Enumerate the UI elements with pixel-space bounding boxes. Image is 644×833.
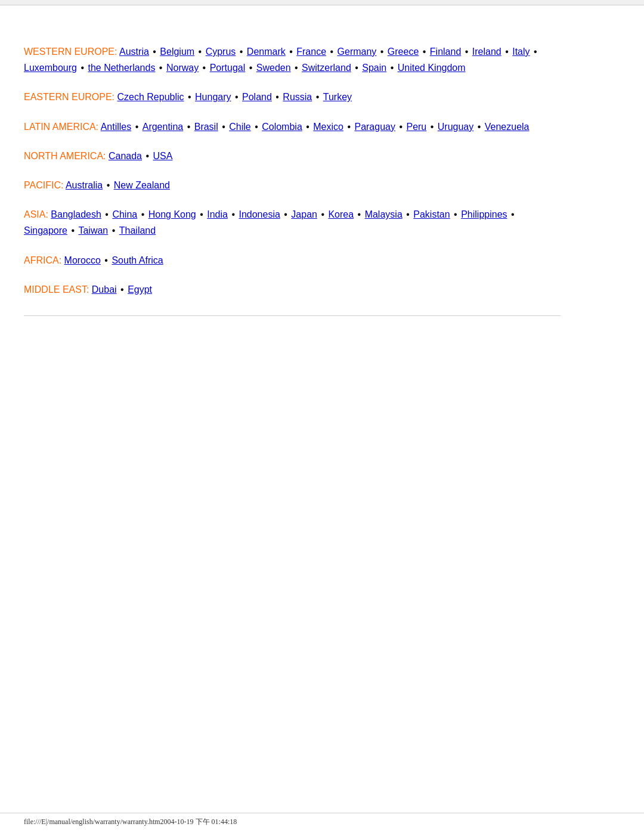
country-link-mexico[interactable]: Mexico [313, 122, 343, 132]
bullet-separator: • [377, 47, 386, 57]
bullet-separator: • [104, 180, 113, 190]
bullet-separator: • [451, 209, 460, 219]
country-link-portugal[interactable]: Portugal [210, 63, 246, 73]
country-link-denmark[interactable]: Denmark [247, 47, 286, 57]
region-label-north-america: NORTH AMERICA: [24, 151, 109, 161]
bullet-separator: • [475, 122, 484, 132]
bullet-separator: • [404, 209, 413, 219]
country-link-hong-kong[interactable]: Hong Kong [148, 209, 196, 219]
country-link-antilles[interactable]: Antilles [101, 122, 132, 132]
bullet-separator: • [397, 122, 405, 132]
bullet-separator: • [313, 92, 322, 102]
bullet-separator: • [304, 122, 312, 132]
region-label-asia: ASIA: [24, 209, 51, 219]
bullet-separator: • [428, 122, 436, 132]
country-link-venezuela[interactable]: Venezuela [485, 122, 530, 132]
country-link-germany[interactable]: Germany [338, 47, 377, 57]
country-link-switzerland[interactable]: Switzerland [302, 63, 351, 73]
region-western-europe: WESTERN EUROPE: Austria • Belgium • Cypr… [24, 44, 561, 76]
region-label-africa: AFRICA: [24, 255, 64, 265]
country-link-egypt[interactable]: Egypt [128, 284, 152, 295]
bullet-separator: • [327, 47, 336, 57]
country-link-greece[interactable]: Greece [388, 47, 419, 57]
country-link-hungary[interactable]: Hungary [195, 92, 231, 102]
country-link-austria[interactable]: Austria [119, 47, 149, 57]
region-pacific: PACIFIC: Australia • New Zealand [24, 177, 561, 193]
country-link-new-zealand[interactable]: New Zealand [114, 180, 170, 190]
footer-text: file:///E|/manual/english/warranty/warra… [24, 817, 237, 826]
country-link-philippines[interactable]: Philippines [461, 209, 507, 219]
bullet-separator: • [318, 209, 327, 219]
country-link-the-netherlands[interactable]: the Netherlands [88, 63, 155, 73]
bullet-separator: • [292, 63, 301, 73]
country-link-australia[interactable]: Australia [66, 180, 103, 190]
country-link-india[interactable]: India [207, 209, 228, 219]
country-link-korea[interactable]: Korea [328, 209, 354, 219]
footer: file:///E|/manual/english/warranty/warra… [0, 813, 644, 827]
country-link-paraguay[interactable]: Paraguay [354, 122, 395, 132]
country-link-thailand[interactable]: Thailand [119, 225, 156, 236]
country-link-canada[interactable]: Canada [109, 151, 142, 161]
bullet-separator: • [503, 47, 512, 57]
country-link-singapore[interactable]: Singapore [24, 225, 67, 236]
region-label-middle-east: MIDDLE EAST: [24, 284, 92, 295]
country-link-argentina[interactable]: Argentina [143, 122, 184, 132]
bullet-separator: • [196, 47, 205, 57]
country-link-usa[interactable]: USA [153, 151, 173, 161]
country-link-taiwan[interactable]: Taiwan [78, 225, 108, 236]
country-link-norway[interactable]: Norway [166, 63, 199, 73]
country-link-colombia[interactable]: Colombia [262, 122, 302, 132]
bullet-separator: • [462, 47, 471, 57]
bullet-separator: • [219, 122, 228, 132]
country-link-indonesia[interactable]: Indonesia [239, 209, 280, 219]
bullet-separator: • [109, 225, 118, 236]
country-link-spain[interactable]: Spain [362, 63, 386, 73]
region-middle-east: MIDDLE EAST: Dubai • Egypt [24, 281, 561, 298]
region-africa: AFRICA: Morocco • South Africa [24, 252, 561, 268]
country-link-south-africa[interactable]: South Africa [112, 255, 163, 265]
bullet-separator: • [246, 63, 255, 73]
country-link-brasil[interactable]: Brasil [194, 122, 218, 132]
region-eastern-europe: EASTERN EUROPE: Czech Republic • Hungary… [24, 89, 561, 105]
country-link-poland[interactable]: Poland [242, 92, 272, 102]
bullet-separator: • [233, 92, 242, 102]
country-link-malaysia[interactable]: Malaysia [365, 209, 402, 219]
country-link-belgium[interactable]: Belgium [160, 47, 194, 57]
country-link-russia[interactable]: Russia [283, 92, 312, 102]
country-link-czech-republic[interactable]: Czech Republic [117, 92, 184, 102]
country-link-pakistan[interactable]: Pakistan [413, 209, 450, 219]
bullet-separator: • [420, 47, 429, 57]
bullet-separator: • [102, 255, 111, 265]
bullet-separator: • [200, 63, 209, 73]
country-link-finland[interactable]: Finland [430, 47, 461, 57]
region-label-pacific: PACIFIC: [24, 180, 66, 190]
country-link-uruguay[interactable]: Uruguay [438, 122, 473, 132]
country-link-italy[interactable]: Italy [512, 47, 530, 57]
country-link-ireland[interactable]: Ireland [472, 47, 501, 57]
country-link-morocco[interactable]: Morocco [64, 255, 101, 265]
country-link-cyprus[interactable]: Cyprus [206, 47, 236, 57]
region-label-western-europe: WESTERN EUROPE: [24, 47, 119, 57]
bullet-separator: • [229, 209, 238, 219]
bullet-separator: • [184, 122, 193, 132]
bullet-separator: • [287, 47, 296, 57]
country-link-chile[interactable]: Chile [229, 122, 250, 132]
country-link-dubai[interactable]: Dubai [92, 284, 117, 295]
country-link-luxembourg[interactable]: Luxembourg [24, 63, 77, 73]
bullet-separator: • [281, 209, 290, 219]
bullet-separator: • [138, 209, 147, 219]
bullet-separator: • [197, 209, 206, 219]
regions-container: WESTERN EUROPE: Austria • Belgium • Cypr… [24, 44, 561, 298]
country-link-japan[interactable]: Japan [291, 209, 317, 219]
country-link-turkey[interactable]: Turkey [323, 92, 352, 102]
country-link-china[interactable]: China [112, 209, 137, 219]
region-label-eastern-europe: EASTERN EUROPE: [24, 92, 117, 102]
country-link-united-kingdom[interactable]: United Kingdom [398, 63, 466, 73]
country-link-bangladesh[interactable]: Bangladesh [51, 209, 101, 219]
bullet-separator: • [103, 209, 112, 219]
country-link-sweden[interactable]: Sweden [256, 63, 291, 73]
country-link-france[interactable]: France [296, 47, 326, 57]
bullet-separator: • [345, 122, 354, 132]
country-link-peru[interactable]: Peru [406, 122, 426, 132]
bullet-separator: • [78, 63, 87, 73]
